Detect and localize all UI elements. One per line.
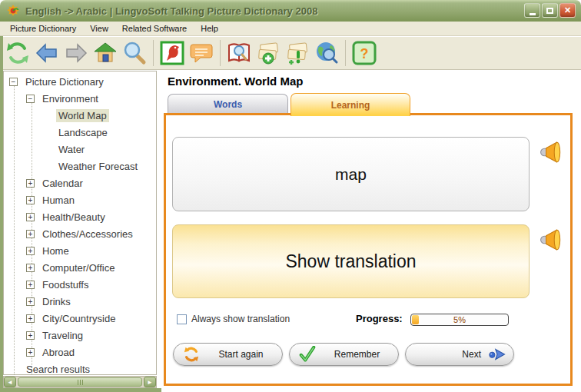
svg-text:?: ?: [360, 46, 369, 61]
scroll-left-button[interactable]: ◄: [4, 377, 16, 387]
menu-picture-dictionary[interactable]: Picture Dictionary: [3, 24, 83, 33]
tree-item-human[interactable]: Human: [4, 191, 156, 208]
search-button[interactable]: [120, 38, 149, 68]
menu-help[interactable]: Help: [194, 24, 225, 33]
picture-dictionary-button[interactable]: [158, 38, 187, 68]
online-globe-button[interactable]: [312, 38, 341, 68]
refresh-button[interactable]: [3, 38, 32, 68]
progress-label: Progress:: [356, 313, 403, 324]
speech-bubble-icon: [189, 41, 214, 65]
tab-words-label: Words: [214, 99, 242, 110]
next-arrow-icon: [489, 346, 506, 363]
scroll-right-button[interactable]: ►: [144, 377, 156, 387]
scroll-left-icon: ◄: [7, 379, 13, 386]
window-title: English -> Arabic | LingvoSoft Talking P…: [25, 5, 317, 17]
expand-plus-icon[interactable]: [26, 196, 35, 204]
tree-item-world-map[interactable]: World Map: [4, 107, 156, 124]
close-button[interactable]: ✕: [559, 3, 576, 18]
tree-item-drinks[interactable]: Drinks: [4, 293, 156, 310]
tree-item-home[interactable]: Home: [4, 242, 156, 259]
maximize-icon: [546, 8, 553, 14]
back-arrow-icon: [35, 41, 59, 65]
speaker-icon[interactable]: [540, 140, 564, 164]
expand-plus-icon[interactable]: [26, 348, 35, 357]
tree-item-landscape[interactable]: Landscape: [4, 124, 156, 141]
add-word-button[interactable]: [254, 38, 283, 68]
tab-learning[interactable]: Learning: [290, 93, 410, 116]
home-icon: [93, 41, 118, 65]
category-tree: Picture Dictionary Environment World Map…: [3, 71, 157, 375]
expand-plus-icon[interactable]: [26, 179, 35, 188]
toolbar-separator: [153, 40, 154, 66]
tree-item-environment[interactable]: Environment: [4, 90, 156, 107]
next-button[interactable]: Next: [405, 343, 514, 366]
tree-item-clothes-accessories[interactable]: Clothes/Accessories: [4, 225, 156, 242]
always-show-translation-row: Always show translation: [177, 314, 290, 324]
menu-bar: Picture Dictionary View Related Software…: [0, 22, 581, 36]
tab-learning-label: Learning: [331, 100, 370, 111]
help-icon: ?: [352, 41, 377, 65]
scroll-thumb[interactable]: [18, 377, 142, 387]
remember-label: Remember: [316, 349, 398, 360]
speaker-icon[interactable]: [540, 228, 564, 252]
expand-plus-icon[interactable]: [26, 314, 35, 323]
menu-related-software[interactable]: Related Software: [115, 24, 194, 33]
expand-plus-icon[interactable]: [26, 281, 35, 289]
minimize-button[interactable]: [524, 3, 540, 18]
minimize-icon: [530, 13, 536, 15]
progress-percent: 5%: [411, 314, 508, 325]
tree-item-computer-office[interactable]: Computer/Office: [4, 259, 156, 276]
always-show-translation-checkbox[interactable]: [177, 314, 187, 324]
tree-item-water[interactable]: Water: [4, 141, 156, 158]
progress-bar: 5%: [410, 314, 509, 326]
restart-icon: [183, 346, 200, 363]
maximize-button[interactable]: [542, 3, 558, 18]
tree-hscrollbar[interactable]: ◄ ►: [3, 376, 157, 388]
expand-plus-icon[interactable]: [26, 264, 35, 272]
collapse-minus-icon[interactable]: [26, 95, 35, 103]
check-icon: [299, 346, 316, 363]
close-icon: ✕: [564, 6, 571, 15]
page-title: Environment. World Map: [168, 75, 303, 88]
expand-plus-icon[interactable]: [26, 213, 35, 221]
tree-item-abroad[interactable]: Abroad: [4, 344, 156, 360]
expand-plus-icon[interactable]: [26, 230, 35, 238]
toolbar-separator: [220, 40, 221, 66]
forward-button[interactable]: [61, 38, 91, 68]
search-icon: [122, 41, 147, 65]
tree-item-calendar[interactable]: Calendar: [4, 174, 156, 191]
tab-words[interactable]: Words: [168, 94, 288, 114]
show-translation-button[interactable]: Show translation: [172, 224, 530, 298]
word-card: map: [172, 137, 530, 211]
tree-item-weather-forecast[interactable]: Weather Forecast: [4, 158, 156, 174]
expand-plus-icon[interactable]: [26, 297, 35, 306]
parrot-picture-icon: [160, 41, 184, 65]
back-button[interactable]: [32, 38, 61, 68]
word-text: map: [335, 165, 367, 184]
tree-item-foodstuffs[interactable]: Foodstuffs: [4, 276, 156, 293]
help-button[interactable]: ?: [350, 38, 379, 68]
home-button[interactable]: [91, 38, 120, 68]
refresh-icon: [5, 41, 30, 65]
menu-view[interactable]: View: [83, 24, 115, 33]
show-translation-label: Show translation: [285, 251, 416, 272]
toolbar-separator: [345, 40, 346, 66]
tree-item-city-countryside[interactable]: City/Countryside: [4, 310, 156, 327]
tree-item-picture-dictionary[interactable]: Picture Dictionary: [4, 73, 156, 90]
start-again-button[interactable]: Start again: [173, 343, 283, 366]
title-bar: English -> Arabic | LingvoSoft Talking P…: [0, 0, 581, 22]
window-bottom-border: [0, 388, 161, 392]
expand-plus-icon[interactable]: [26, 247, 35, 255]
expand-plus-icon[interactable]: [26, 331, 35, 340]
learning-list-button[interactable]: [283, 38, 312, 68]
dictionary-search-button[interactable]: [224, 38, 254, 68]
start-again-label: Start again: [200, 349, 282, 360]
tree-item-traveling[interactable]: Traveling: [4, 327, 156, 344]
always-show-translation-label: Always show translation: [191, 314, 290, 324]
talk-button[interactable]: [187, 38, 216, 68]
next-label: Next: [406, 349, 489, 360]
tree-item-health-beauty[interactable]: Health/Beauty: [4, 208, 156, 225]
remember-button[interactable]: Remember: [289, 343, 399, 366]
collapse-minus-icon[interactable]: [9, 78, 18, 86]
tree-item-search-results[interactable]: Search results: [4, 360, 156, 375]
